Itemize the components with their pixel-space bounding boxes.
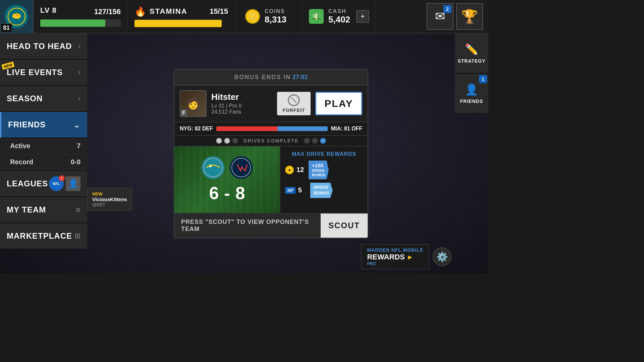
sidebar-item-label: LIVE EVENTS [7, 68, 78, 77]
trophy-icon: 🏆 [461, 9, 478, 24]
sidebar-item-friends[interactable]: FRIENDS ⌄ [0, 112, 87, 138]
chevron-right-icon: › [78, 68, 80, 77]
helmets-row [202, 156, 253, 179]
sidebar-item-label: SEASON [7, 94, 78, 103]
rewards-label: REWARDS [367, 253, 405, 261]
stat-bar [216, 126, 328, 131]
cash-value: 5,402 [328, 14, 350, 25]
forfeit-icon [288, 94, 300, 106]
nfl-leagues-icon: NFL ! [49, 176, 64, 191]
mail-button[interactable]: ✉ 2 [427, 3, 453, 30]
xp-reward-icon: XP [285, 187, 296, 194]
chevron-right-icon: › [78, 42, 80, 51]
sidebar-item-live-events[interactable]: NEW LIVE EVENTS › [0, 60, 87, 86]
match-field: 6 - 8 MAX DRIVE REWARDS ● 12 +100 SPEEDB… [174, 146, 368, 214]
match-panel: BONUS ENDS IN 27:01 🧑 F Hitster Lv 31 | … [174, 69, 368, 238]
scout-text: PRESS "SCOUT" TO VIEW OPPONENT'S TEAM [174, 219, 321, 233]
away-stat: NYG: 82 DEF [180, 126, 213, 132]
opponent-row: 🧑 F Hitster Lv 31 | Pro II 24,512 Fans F… [174, 85, 368, 122]
scout-button[interactable]: SCOUT [321, 214, 368, 238]
coin-icon: 🪙 [245, 9, 260, 24]
forfeit-line [291, 97, 297, 103]
menu-icon: ≡ [76, 205, 80, 215]
friends-row-record[interactable]: Record 0-0 [0, 154, 87, 170]
score-display: 6 - 8 [209, 183, 245, 203]
team-logo-button[interactable]: 81 [0, 0, 34, 33]
drives-label: DRIVES COMPLETE [244, 138, 299, 143]
opponent-avatar: 🧑 F [180, 90, 207, 117]
rewards-panel: MAX DRIVE REWARDS ● 12 +100 SPEEDBONUS X… [280, 146, 368, 213]
matchup-bar: NYG: 82 DEF MIA: 81 OFF [174, 122, 368, 136]
svg-point-2 [14, 15, 15, 16]
drive-dot-5 [312, 138, 318, 144]
add-cash-button[interactable]: + [356, 10, 369, 23]
friends-active-label: Active [10, 142, 77, 150]
xp-bar-fill [40, 19, 105, 27]
scout-bar: PRESS "SCOUT" TO VIEW OPPONENT'S TEAM SC… [174, 214, 368, 238]
level-label: LV 8 [40, 6, 57, 15]
speed-bonus-tag-1: +100 SPEEDBONUS [309, 161, 329, 179]
opponent-info: Hitster Lv 31 | Pro II 24,512 Fans [211, 92, 272, 115]
strategy-label: STRATEGY [458, 58, 485, 64]
stamina-bar-fill [135, 20, 222, 27]
coin-reward-icon: ● [285, 166, 294, 174]
chevron-right-icon: › [78, 94, 80, 103]
sidebar-item-head-to-head[interactable]: HEAD TO HEAD › [0, 34, 87, 60]
cash-icon: 💵 [309, 9, 324, 24]
rewards-pro-badge[interactable]: MADDEN NFL MOBILE REWARDS ► PRO [361, 244, 429, 269]
opponent-level: Lv 31 | Pro II [211, 103, 272, 109]
play-label: PLAY [324, 98, 353, 109]
drive-dot-2 [224, 138, 230, 144]
sidebar-item-leagues[interactable]: LEAGUES NFL ! 👤 [0, 171, 87, 197]
bonus-label-1: SPEEDBONUS [312, 169, 325, 177]
cash-label: CASH [328, 8, 350, 14]
bottom-right-area: MADDEN NFL MOBILE REWARDS ► PRO ⚙️ [361, 244, 451, 269]
cash-section: 💵 CASH 5,402 + [302, 0, 376, 33]
cash-info: CASH 5,402 [328, 8, 350, 25]
sidebar-item-label: MARKETPLACE [7, 231, 74, 241]
sidebar-item-season[interactable]: SEASON › [0, 86, 87, 112]
leagues-notification-badge: ! [59, 175, 65, 181]
coins-section: 🪙 COINS 8,313 [235, 0, 302, 33]
notification-popup: NEW ViciousKittens @DET [87, 188, 132, 211]
sidebar-item-label: LEAGUES [7, 179, 49, 188]
sidebar-item-my-team[interactable]: MY TEAM ≡ [0, 197, 87, 223]
sidebar: HEAD TO HEAD › NEW LIVE EVENTS › SEASON … [0, 34, 87, 274]
sidebar-item-marketplace[interactable]: MARKETPLACE ⊞ [0, 223, 87, 249]
trophy-button[interactable]: 🏆 [456, 3, 483, 30]
notification-new-label: NEW [92, 191, 127, 196]
reward-row-xp: XP 5 SPEEDBONUS [285, 183, 363, 198]
friends-submenu: Active 7 Record 0-0 [0, 138, 87, 171]
reward-row-coins: ● 12 +100 SPEEDBONUS [285, 161, 363, 179]
home-score: 6 [209, 183, 219, 203]
friends-active-count: 7 [77, 142, 80, 150]
forfeit-button[interactable]: FORFEIT [277, 92, 311, 115]
coins-label: COINS [265, 8, 286, 14]
drive-dot-1 [216, 138, 222, 144]
sidebar-item-label: MY TEAM [7, 205, 76, 215]
rewards-pro-label: PRO [367, 261, 423, 266]
opponent-name: Hitster [211, 92, 272, 102]
friends-right-button[interactable]: 1 👤 FRIENDS [455, 74, 488, 114]
strategy-button[interactable]: ✏️ STRATEGY [455, 34, 488, 74]
home-stat: MIA: 81 OFF [331, 126, 362, 132]
bonus-plus: +100 [312, 163, 325, 169]
play-button[interactable]: PLAY [315, 92, 362, 115]
main-content: BONUS ENDS IN 27:01 🧑 F Hitster Lv 31 | … [87, 34, 455, 274]
friends-row-active[interactable]: Active 7 [0, 138, 87, 154]
sidebar-item-label: FRIENDS [8, 120, 73, 129]
speed-bonus-tag-2: SPEEDBONUS [310, 183, 333, 198]
stamina-section: 🔥 STAMINA 15/15 [128, 0, 235, 33]
bonus-text: BONUS ENDS IN [234, 74, 291, 80]
settings-button[interactable]: ⚙️ [433, 247, 451, 266]
friends-badge: 1 [479, 75, 487, 83]
drive-dot-3 [232, 138, 238, 144]
stat-bar-right [277, 126, 327, 131]
friends-label: FRIENDS [460, 99, 483, 104]
right-sidebar: ✏️ STRATEGY 1 👤 FRIENDS [455, 34, 488, 114]
xp-display: 127/156 [94, 7, 121, 16]
bonus-timer: 27:01 [292, 74, 308, 80]
coin-reward-amount: 12 [297, 166, 306, 174]
score-dash: - [224, 183, 230, 203]
stamina-display: 15/15 [210, 7, 228, 16]
